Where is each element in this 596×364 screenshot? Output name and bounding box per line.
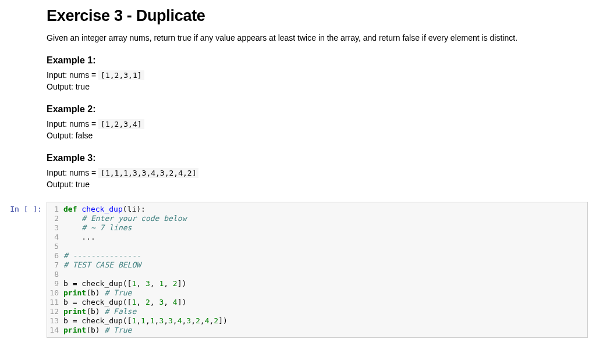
code-source[interactable]: b = check_dup([1,1,1,3,3,4,3,2,4,2]) [63, 316, 587, 326]
notebook-container: Exercise 3 - Duplicate Given an integer … [0, 0, 596, 338]
code-source[interactable] [63, 270, 587, 279]
code-source[interactable]: # --------------- [63, 251, 587, 260]
code-line[interactable]: 9b = check_dup([1, 3, 1, 2]) [47, 279, 587, 288]
code-line[interactable]: 5 [47, 242, 587, 251]
example-input: Input: nums = [1,1,1,3,3,4,3,2,4,2] [47, 168, 588, 177]
code-source[interactable]: print(b) # True [63, 288, 587, 298]
exercise-heading: Exercise 3 - Duplicate [47, 7, 588, 25]
line-number: 8 [47, 270, 63, 279]
code-source[interactable]: print(b) # False [63, 307, 587, 316]
code-line[interactable]: 2 # Enter your code below [47, 214, 587, 223]
code-source[interactable]: # TEST CASE BELOW [63, 260, 587, 270]
example-input: Input: nums = [1,2,3,1] [47, 70, 588, 80]
code-source[interactable]: # Enter your code below [63, 214, 587, 223]
code-line[interactable]: 11b = check_dup([1, 2, 3, 4]) [47, 298, 587, 307]
example-input-code: [1,2,3,4] [98, 119, 144, 129]
code-line[interactable]: 10print(b) # True [47, 288, 587, 298]
example-block: Example 1: Input: nums = [1,2,3,1] Outpu… [47, 55, 588, 91]
example-output: Output: false [47, 131, 588, 140]
example-input: Input: nums = [1,2,3,4] [47, 119, 588, 129]
code-input-area[interactable]: 1def check_dup(li):2 # Enter your code b… [47, 202, 588, 338]
line-number: 14 [47, 326, 63, 335]
line-number: 11 [47, 298, 63, 307]
code-line[interactable]: 14print(b) # True [47, 326, 587, 335]
line-number: 4 [47, 233, 63, 242]
line-number: 9 [47, 279, 63, 288]
line-number: 1 [47, 205, 63, 214]
code-source[interactable]: b = check_dup([1, 3, 1, 2]) [63, 279, 587, 288]
line-number: 12 [47, 307, 63, 316]
code-line[interactable]: 8 [47, 270, 587, 279]
code-line[interactable]: 13b = check_dup([1,1,1,3,3,4,3,2,4,2]) [47, 316, 587, 326]
example-block: Example 3: Input: nums = [1,1,1,3,3,4,3,… [47, 153, 588, 189]
code-source[interactable]: # ~ 7 lines [63, 223, 587, 233]
code-source[interactable]: print(b) # True [63, 326, 587, 335]
line-number: 13 [47, 316, 63, 326]
line-number: 2 [47, 214, 63, 223]
code-line[interactable]: 3 # ~ 7 lines [47, 223, 587, 233]
example-input-code: [1,1,1,3,3,4,3,2,4,2] [98, 168, 198, 178]
line-number: 6 [47, 251, 63, 260]
example-output: Output: true [47, 82, 588, 91]
code-line[interactable]: 7# TEST CASE BELOW [47, 260, 587, 270]
line-number: 10 [47, 288, 63, 298]
cell-prompt: In [ ]: [0, 202, 47, 213]
example-title: Example 3: [47, 153, 588, 163]
code-cell: In [ ]: 1def check_dup(li):2 # Enter you… [0, 202, 596, 338]
line-number: 7 [47, 260, 63, 270]
code-source[interactable] [63, 242, 587, 251]
code-line[interactable]: 6# --------------- [47, 251, 587, 260]
example-output: Output: true [47, 180, 588, 189]
exercise-description: Given an integer array nums, return true… [47, 33, 588, 42]
example-title: Example 1: [47, 55, 588, 66]
example-input-code: [1,2,3,1] [98, 70, 144, 80]
markdown-cell: Exercise 3 - Duplicate Given an integer … [47, 7, 588, 189]
line-number: 3 [47, 223, 63, 233]
example-title: Example 2: [47, 104, 588, 115]
code-source[interactable]: def check_dup(li): [63, 205, 587, 214]
code-source[interactable]: b = check_dup([1, 2, 3, 4]) [63, 298, 587, 307]
example-block: Example 2: Input: nums = [1,2,3,4] Outpu… [47, 104, 588, 140]
code-source[interactable]: ... [63, 233, 587, 242]
code-line[interactable]: 1def check_dup(li): [47, 205, 587, 214]
code-line[interactable]: 12print(b) # False [47, 307, 587, 316]
line-number: 5 [47, 242, 63, 251]
code-line[interactable]: 4 ... [47, 233, 587, 242]
